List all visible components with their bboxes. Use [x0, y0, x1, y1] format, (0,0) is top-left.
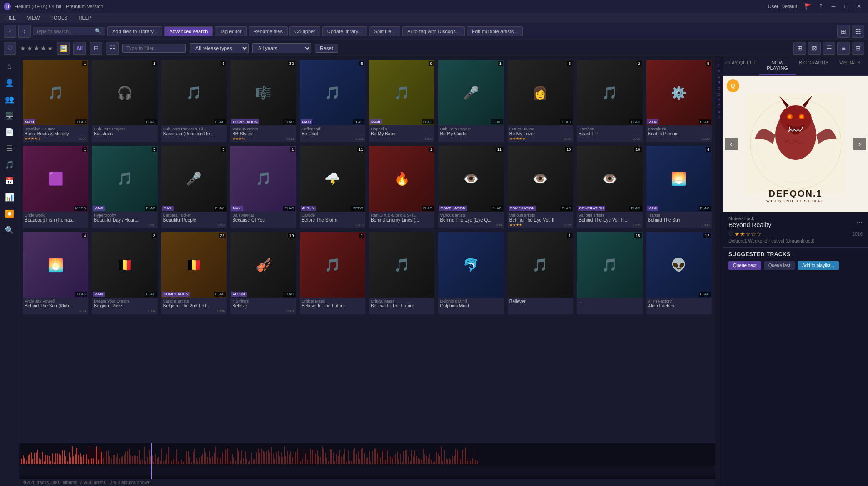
- album-card[interactable]: 🎻 19 ALBUM FLAC 4 Strings Believe 2004: [230, 232, 296, 314]
- add-to-playlist-button[interactable]: Add to playlist...: [798, 261, 839, 270]
- album-card[interactable]: 🟪 1 MPEG Underworld Beaucoup Fish (Remas…: [23, 146, 88, 228]
- queue-next-button[interactable]: Queue next: [728, 261, 761, 270]
- sidebar-display[interactable]: 🖥️: [2, 108, 17, 123]
- waveform-area[interactable]: [19, 443, 715, 479]
- letter-index-item[interactable]: C: [718, 86, 721, 92]
- star-1[interactable]: ★: [20, 45, 26, 52]
- letter-index-item[interactable]: B: [718, 80, 720, 86]
- album-card[interactable]: 👁️ 10 COMPILATION FLAC Various artists B…: [577, 146, 642, 228]
- letter-index-item[interactable]: F: [718, 103, 720, 109]
- edit-multiple-button[interactable]: Edit multiple artists...: [467, 26, 523, 36]
- add-files-button[interactable]: Add files to Library...: [107, 26, 162, 36]
- rename-files-button[interactable]: Rename files: [249, 26, 288, 36]
- album-card[interactable]: 🌅 4 MAXI FLAC Transa Behind The Sun 1998: [646, 146, 712, 228]
- sidebar-pages[interactable]: 📄: [2, 124, 17, 139]
- album-card[interactable]: 🎵 1 MAXI FLAC Brooklyn Bounce Bass, Beat…: [23, 60, 88, 142]
- track-more-button[interactable]: ···: [857, 218, 863, 226]
- list-view-icon[interactable]: ☷: [852, 25, 864, 38]
- album-card[interactable]: 🎵 3 MAXI FLAC Hypertrophy Beautiful Day …: [92, 146, 157, 228]
- stack-icon[interactable]: ⊞: [793, 42, 806, 55]
- album-card[interactable]: 🎵 1 FLAC Sub Zero Project & Gl... Basstr…: [161, 60, 227, 142]
- cover-next-button[interactable]: ›: [853, 138, 866, 150]
- letter-index-item[interactable]: D: [718, 92, 721, 98]
- sidebar-music[interactable]: 🎵: [2, 157, 17, 172]
- menu-view[interactable]: VIEW: [25, 14, 41, 21]
- album-card[interactable]: 🇧🇪 23 COMPILATION FLAC Various artists B…: [161, 232, 227, 314]
- album-card[interactable]: 🎵 1 Believer: [508, 232, 573, 314]
- album-card[interactable]: 👩 6 FLAC Future House Be My Lover ★★★★★ …: [508, 60, 573, 142]
- letter-index-item[interactable]: ↑: [718, 57, 720, 63]
- columns-icon[interactable]: ☰: [823, 42, 835, 55]
- cd-ripper-button[interactable]: Cd-ripper: [289, 26, 320, 36]
- album-card[interactable]: 🎵 9 MAXI FLAC Cappella Be My Baby 1997: [369, 60, 434, 142]
- back-button[interactable]: ‹: [4, 25, 16, 38]
- sidebar-playlist[interactable]: ☰: [2, 141, 17, 155]
- album-card[interactable]: ⚙️ 5 MAXI FLAC Bossdrum Beat Is Pumpin 2…: [646, 60, 712, 142]
- star-3[interactable]: ★: [34, 45, 40, 52]
- minimize-button[interactable]: ─: [828, 2, 839, 11]
- star-5[interactable]: ★: [47, 45, 53, 52]
- tag-editor-button[interactable]: Tag editor: [215, 26, 246, 36]
- search-input[interactable]: [36, 29, 95, 34]
- search-box[interactable]: 🔍: [33, 27, 105, 35]
- update-library-button[interactable]: Update library...: [322, 26, 367, 36]
- advanced-search-button[interactable]: Advanced search: [164, 26, 213, 36]
- album-card[interactable]: 🎵 Critical Mass Believe In The Future: [369, 232, 434, 314]
- album-card[interactable]: 👽 12 FLAC Alien Factory Alien Factory: [646, 232, 712, 314]
- queue-last-button[interactable]: Queue last: [764, 261, 795, 270]
- album-card[interactable]: 🎼 32 COMPILATION FLAC Various artists BB…: [230, 60, 296, 142]
- album-card[interactable]: 🎵 5 MAXI FLAC Paffendorf Be Cool 2001: [300, 60, 365, 142]
- tab-biography[interactable]: BIOGRAPHY: [796, 56, 832, 75]
- album-card[interactable]: 🐬 Dolphin's Mind Dolphins Mind: [438, 232, 504, 314]
- album-card[interactable]: 🎵 1 MAXI FLAC Da Tweekaz Because Of You: [230, 146, 296, 228]
- tab-play-queue[interactable]: PLAY QUEUE: [723, 56, 759, 75]
- reset-filter-button[interactable]: Reset: [315, 44, 338, 53]
- menu-file[interactable]: FILE: [4, 14, 18, 21]
- split-file-button[interactable]: Split file...: [369, 26, 401, 36]
- star-2[interactable]: ★: [27, 45, 33, 52]
- grid-icon[interactable]: ⊠: [808, 42, 821, 55]
- sidebar-contacts[interactable]: 👥: [2, 92, 17, 106]
- release-type-select[interactable]: All release types MAXI ALBUM COMPILATION: [190, 43, 249, 53]
- letter-index-item[interactable]: H: [718, 114, 721, 120]
- year-select[interactable]: All years 2024 2020 2010 2000 1990: [252, 43, 311, 53]
- flag-button[interactable]: 🚩: [803, 2, 813, 11]
- album-card[interactable]: 🎤 5 MAXI FLAC Barbara Tucker Beautiful P…: [161, 146, 227, 228]
- close-button[interactable]: ✕: [853, 2, 864, 11]
- letter-index-item[interactable]: A: [718, 74, 720, 80]
- all-filter-button[interactable]: All: [73, 42, 86, 55]
- rows-icon[interactable]: ≡: [837, 42, 850, 55]
- sidebar-home[interactable]: ⌂: [2, 59, 17, 74]
- tab-now-playing[interactable]: NOW PLAYING: [759, 56, 796, 75]
- letter-index-item[interactable]: 1: [718, 63, 720, 69]
- heart-filter-button[interactable]: ♡: [4, 42, 16, 55]
- album-card[interactable]: 👁️ 11 COMPILATION FLAC Various artists B…: [438, 146, 504, 228]
- cover-prev-button[interactable]: ‹: [725, 138, 738, 150]
- forward-button[interactable]: ›: [18, 25, 31, 38]
- help-button[interactable]: ?: [815, 2, 826, 11]
- tab-visuals[interactable]: VISUALS: [832, 56, 868, 75]
- album-card[interactable]: 👁️ 10 COMPILATION FLAC Various artists B…: [508, 146, 573, 228]
- sidebar-user[interactable]: 👤: [2, 75, 17, 90]
- star-4[interactable]: ★: [40, 45, 46, 52]
- list-view-tab[interactable]: ☷: [106, 42, 119, 55]
- text-filter-input[interactable]: [122, 44, 186, 53]
- album-card[interactable]: 🎵 1 Critical Mass Believe In The Future: [300, 232, 365, 314]
- detail-icon[interactable]: ⊞: [852, 42, 864, 55]
- album-card[interactable]: 🎵 2 FLAC Darshan Beast EP 2002: [577, 60, 642, 142]
- sidebar-calendar[interactable]: 📅: [2, 174, 17, 188]
- autotag-button[interactable]: Auto-tag with Discogs...: [402, 26, 465, 36]
- sidebar-search[interactable]: 🔍: [2, 223, 17, 237]
- maximize-button[interactable]: □: [841, 2, 852, 11]
- image-filter-button[interactable]: 🖼️: [57, 42, 70, 55]
- menu-tools[interactable]: TOOLS: [49, 14, 69, 21]
- album-card[interactable]: 🔥 1 FLAC Ran-D X D-Block & S-T... Behind…: [369, 146, 434, 228]
- album-card[interactable]: 🎵 15 ...: [577, 232, 642, 314]
- sidebar-record[interactable]: ⏺️: [2, 206, 17, 221]
- grid-view-icon[interactable]: ⊞: [837, 25, 850, 38]
- letter-index-item[interactable]: #: [718, 69, 720, 74]
- album-card[interactable]: 🌩️ 11 ALBUM MPEG Darude Before The Storm…: [300, 146, 365, 228]
- grid-view-tab[interactable]: ⊟: [90, 42, 102, 55]
- now-playing-stars[interactable]: ★★☆☆☆: [734, 231, 762, 238]
- album-card[interactable]: 🎤 1 FLAC Sub Zero Project Be My Guide: [438, 60, 504, 142]
